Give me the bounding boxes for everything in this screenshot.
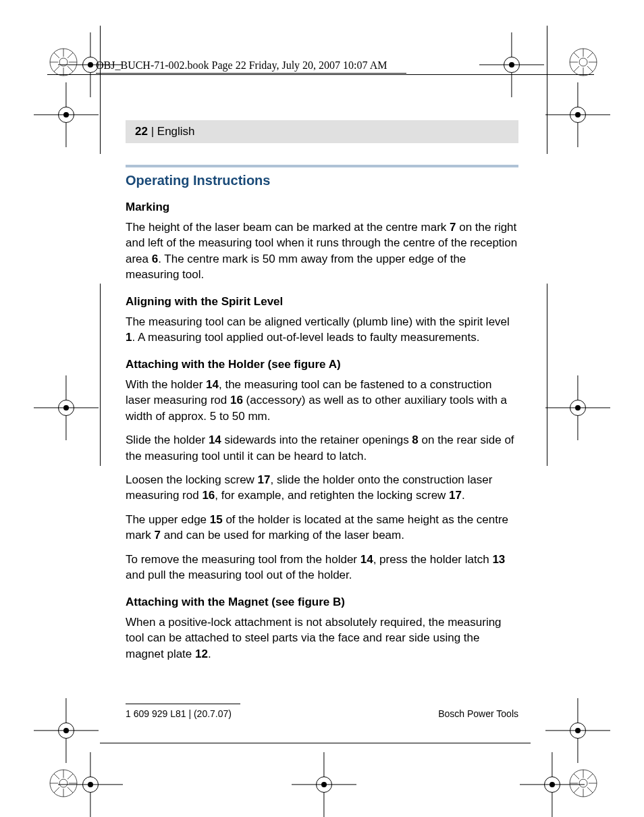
svg-line-38 bbox=[587, 774, 593, 779]
svg-line-19 bbox=[574, 66, 579, 72]
register-mark-icon bbox=[540, 772, 564, 797]
svg-point-31 bbox=[579, 779, 587, 787]
subsection-magnet: Attaching with the Magnet (see figure B)… bbox=[126, 596, 518, 662]
svg-line-8 bbox=[68, 53, 73, 58]
subheading: Attaching with the Holder (see figure A) bbox=[126, 358, 518, 371]
svg-point-11 bbox=[579, 58, 587, 66]
rosette-icon bbox=[568, 47, 598, 77]
frame-line bbox=[100, 26, 101, 154]
subsection-holder: Attaching with the Holder (see figure A)… bbox=[126, 358, 518, 583]
header-separator: | bbox=[148, 125, 157, 138]
section-divider bbox=[126, 165, 518, 167]
svg-line-6 bbox=[54, 53, 59, 58]
register-mark-icon bbox=[566, 103, 590, 127]
register-mark-icon bbox=[566, 718, 590, 743]
register-mark-icon bbox=[566, 396, 590, 420]
body-paragraph: To remove the measuring tool from the ho… bbox=[126, 552, 518, 583]
register-mark-icon bbox=[312, 772, 336, 797]
svg-line-16 bbox=[574, 53, 579, 58]
subheading: Marking bbox=[126, 201, 518, 214]
svg-line-36 bbox=[574, 774, 579, 779]
page-language: English bbox=[157, 125, 195, 138]
svg-line-27 bbox=[68, 787, 73, 793]
footer-rule bbox=[126, 704, 240, 704]
frame-line bbox=[547, 284, 547, 466]
footer-brand: Bosch Power Tools bbox=[438, 708, 518, 719]
page-header: 22 | English bbox=[126, 120, 518, 143]
body-paragraph: The measuring tool can be aligned vertic… bbox=[126, 314, 518, 346]
subheading: Aligning with the Spirit Level bbox=[126, 295, 518, 309]
register-mark-icon bbox=[54, 396, 78, 420]
page-footer: 1 609 929 L81 | (20.7.07) Bosch Power To… bbox=[126, 704, 518, 719]
body-paragraph: With the holder 14, the measuring tool c… bbox=[126, 377, 518, 424]
svg-line-39 bbox=[574, 787, 579, 793]
svg-line-26 bbox=[54, 774, 59, 779]
footer-doc-id: 1 609 929 L81 | (20.7.07) bbox=[126, 708, 232, 719]
body-paragraph: Loosen the locking screw 17, slide the h… bbox=[126, 472, 518, 504]
register-mark-icon bbox=[54, 103, 78, 127]
svg-line-29 bbox=[54, 787, 59, 793]
rosette-icon bbox=[49, 47, 78, 77]
svg-line-7 bbox=[68, 66, 73, 72]
register-mark-icon bbox=[54, 718, 78, 743]
main-content: Operating Instructions Marking The heigh… bbox=[126, 165, 518, 670]
svg-line-9 bbox=[54, 66, 59, 72]
body-paragraph: The height of the laser beam can be mark… bbox=[126, 219, 518, 283]
subsection-marking: Marking The height of the laser beam can… bbox=[126, 201, 518, 283]
register-mark-icon bbox=[78, 772, 103, 797]
subsection-aligning: Aligning with the Spirit Level The measu… bbox=[126, 295, 518, 346]
frame-line bbox=[100, 743, 531, 743]
body-paragraph: The upper edge 15 of the holder is locat… bbox=[126, 512, 518, 544]
book-info-header: OBJ_BUCH-71-002.book Page 22 Friday, Jul… bbox=[96, 59, 406, 74]
body-paragraph: When a positive-lock attachment is not a… bbox=[126, 614, 518, 662]
frame-line bbox=[100, 284, 101, 466]
svg-line-17 bbox=[587, 66, 593, 72]
rosette-icon bbox=[568, 768, 598, 798]
frame-line bbox=[547, 26, 547, 154]
section-title: Operating Instructions bbox=[126, 173, 518, 188]
subheading: Attaching with the Magnet (see figure B) bbox=[126, 596, 518, 609]
rosette-icon bbox=[49, 768, 78, 798]
svg-point-21 bbox=[59, 779, 68, 787]
svg-line-28 bbox=[68, 774, 73, 779]
page-number: 22 bbox=[135, 125, 148, 138]
body-paragraph: Slide the holder 14 sidewards into the r… bbox=[126, 432, 518, 464]
svg-line-18 bbox=[587, 53, 593, 58]
svg-line-37 bbox=[587, 787, 593, 793]
register-mark-icon bbox=[500, 53, 524, 77]
